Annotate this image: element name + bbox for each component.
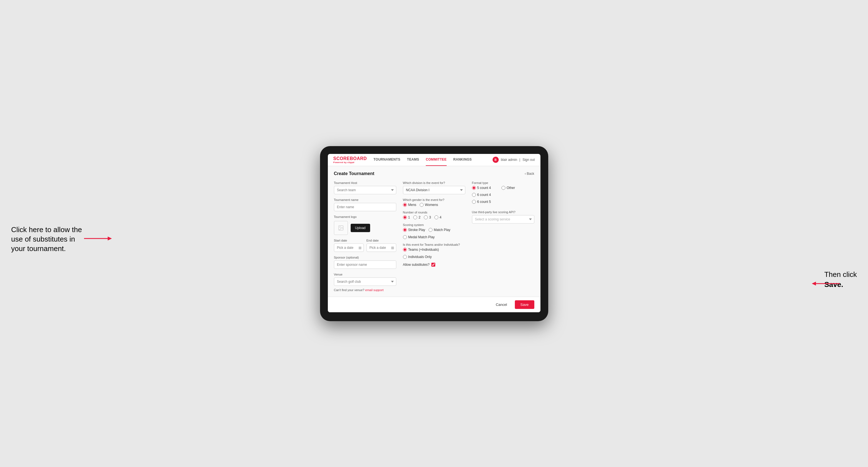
rounds-3[interactable]: 3 (424, 215, 431, 219)
scoring-api-select[interactable]: Select a scoring service (472, 215, 534, 223)
gender-womens[interactable]: Womens (420, 203, 438, 207)
format-6count4[interactable]: 6 count 4 (472, 193, 497, 197)
scoring-api-label: Use third-party live scoring API? (472, 210, 534, 214)
event-individuals-radio[interactable] (403, 255, 407, 259)
substitutes-group: Allow substitutes? (403, 263, 465, 267)
substitutes-checkbox[interactable] (431, 263, 435, 267)
rounds-2[interactable]: 2 (413, 215, 421, 219)
format-other[interactable]: Other (501, 186, 515, 190)
scoring-api-group: Use third-party live scoring API? Select… (472, 210, 534, 223)
division-select[interactable]: NCAA Division I (403, 186, 465, 194)
format-other-label: Other (507, 186, 515, 190)
gender-mens[interactable]: Mens (403, 203, 416, 207)
gender-group: Which gender is the event for? Mens Wome… (403, 198, 465, 207)
format-row-1: 5 count 4 Other (472, 186, 534, 190)
logo-text: SCOREBOARD (333, 156, 367, 161)
logo-upload-area: Upload (334, 221, 396, 235)
event-teams[interactable]: Teams (+Individuals) (403, 248, 439, 252)
nav-tournaments[interactable]: TOURNAMENTS (373, 154, 400, 166)
nav-rankings[interactable]: RANKINGS (453, 154, 472, 166)
rounds-4[interactable]: 4 (434, 215, 442, 219)
scoring-match-radio[interactable] (429, 228, 432, 232)
cancel-button[interactable]: Cancel (491, 300, 511, 309)
scoring-medal[interactable]: Medal Match Play (403, 235, 435, 239)
rounds-1-label: 1 (408, 215, 410, 219)
scoring-radio-group: Stroke Play Match Play Medal Match Play (403, 228, 465, 239)
tournament-host-input[interactable] (334, 186, 396, 194)
save-button[interactable]: Save (515, 300, 534, 309)
format-6count4-label: 6 count 4 (477, 193, 491, 197)
form-col-3: Format type 5 count 4 Other (472, 181, 534, 292)
sponsor-input[interactable] (334, 260, 396, 269)
email-support-link[interactable]: email support (365, 288, 383, 292)
tournament-name-input[interactable] (334, 203, 396, 211)
gender-womens-label: Womens (425, 203, 438, 207)
form-col-1: Tournament Host Tournament name Tourname… (334, 181, 396, 292)
substitutes-row: Allow substitutes? (403, 263, 465, 267)
event-type-group: Is this event for Teams and/or Individua… (403, 243, 465, 259)
event-type-radio-group: Teams (+Individuals) Individuals Only (403, 248, 465, 259)
scoring-stroke-label: Stroke Play (408, 228, 425, 232)
page-title: Create Tournament (334, 171, 375, 176)
venue-input[interactable] (334, 278, 396, 286)
upload-button[interactable]: Upload (351, 224, 370, 232)
navigation: SCOREBOARD Powered by clippd TOURNAMENTS… (328, 154, 540, 166)
division-label: Which division is the event for? (403, 181, 465, 185)
rounds-label: Number of rounds (403, 211, 465, 214)
gender-womens-radio[interactable] (420, 203, 424, 207)
rounds-3-label: 3 (429, 215, 431, 219)
signout-link[interactable]: Sign out (522, 158, 535, 162)
back-button[interactable]: Back (525, 172, 534, 176)
format-row-3: 6 count 5 (472, 200, 534, 204)
event-individuals[interactable]: Individuals Only (403, 255, 432, 259)
tournament-name-group: Tournament name (334, 198, 396, 211)
scoring-medal-radio[interactable] (403, 235, 407, 239)
scoring-stroke-radio[interactable] (403, 228, 407, 232)
page-header: Create Tournament Back (334, 171, 534, 176)
logo-subtitle: Powered by clippd (333, 161, 367, 164)
rounds-2-label: 2 (418, 215, 421, 219)
calendar-icon-start: ▦ (359, 246, 362, 250)
format-row-2: 6 count 4 (472, 193, 534, 197)
format-6count4-radio[interactable] (472, 193, 476, 197)
rounds-2-radio[interactable] (413, 215, 417, 219)
svg-point-5 (340, 226, 340, 227)
venue-note: Can't find your venue? email support (334, 288, 396, 292)
rounds-1-radio[interactable] (403, 215, 407, 219)
format-6count5-label: 6 count 5 (477, 200, 491, 204)
annotation-left: Click here to allow the use of substitut… (11, 225, 82, 253)
scoring-match[interactable]: Match Play (429, 228, 450, 232)
format-6count5[interactable]: 6 count 5 (472, 200, 497, 204)
nav-teams[interactable]: TEAMS (407, 154, 420, 166)
format-5count4[interactable]: 5 count 4 (472, 186, 497, 190)
image-icon (338, 225, 344, 231)
format-5count4-radio[interactable] (472, 186, 476, 190)
rounds-1[interactable]: 1 (403, 215, 410, 219)
logo-red: BOARD (350, 156, 367, 161)
tablet-device: SCOREBOARD Powered by clippd TOURNAMENTS… (320, 146, 548, 321)
create-tournament-form: Tournament Host Tournament name Tourname… (334, 181, 534, 292)
format-other-radio[interactable] (501, 186, 505, 190)
format-6count5-radio[interactable] (472, 200, 476, 204)
rounds-4-radio[interactable] (434, 215, 438, 219)
scoring-group: Scoring system Stroke Play Match Play (403, 223, 465, 239)
tournament-logo-group: Tournament logo Upload (334, 215, 396, 235)
annotation-right-text: Then click (824, 270, 857, 279)
calendar-icon-end: ▦ (391, 246, 394, 250)
form-col-2: Which division is the event for? NCAA Di… (403, 181, 465, 292)
dates-group: Start date ▦ End date (334, 239, 396, 252)
gender-radio-group: Mens Womens (403, 203, 465, 207)
gender-label: Which gender is the event for? (403, 198, 465, 201)
tournament-name-label: Tournament name (334, 198, 396, 201)
rounds-3-radio[interactable] (424, 215, 428, 219)
nav-committee[interactable]: COMMITTEE (426, 154, 447, 166)
svg-marker-3 (812, 282, 816, 285)
event-teams-radio[interactable] (403, 248, 407, 252)
user-menu: B blair admin | Sign out (493, 157, 535, 163)
svg-marker-1 (108, 237, 112, 241)
scoring-medal-label: Medal Match Play (408, 235, 435, 239)
scoring-stroke[interactable]: Stroke Play (403, 228, 425, 232)
division-group: Which division is the event for? NCAA Di… (403, 181, 465, 194)
start-date-label: Start date (334, 239, 364, 242)
gender-mens-radio[interactable] (403, 203, 407, 207)
